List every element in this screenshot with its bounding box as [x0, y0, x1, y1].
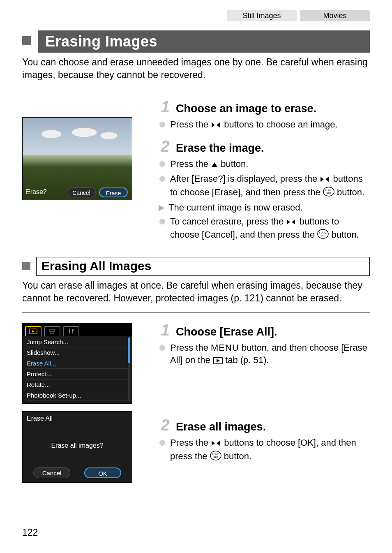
camera-screenshot-erase-prompt: Erase? Cancel Erase [22, 117, 132, 200]
page-number: 122 [22, 527, 38, 538]
bullet-icon [159, 219, 165, 224]
bullet: Press the buttons to choose an image. [158, 118, 370, 132]
step-number: 1 [158, 322, 173, 339]
svg-marker-0 [212, 123, 215, 127]
menu-row: Protect... [26, 369, 129, 379]
menu-row: Erase All... [26, 358, 129, 369]
step-title: Erase the image. [176, 142, 264, 155]
svg-text:FUNC.: FUNC. [325, 189, 333, 192]
step-number: 2 [158, 416, 173, 434]
section-erasing-all-images: Erasing All Images You can erase all ima… [22, 257, 370, 483]
dialog-message: Erase all images? [23, 442, 132, 449]
svg-marker-1 [217, 123, 220, 127]
screenshot-erase-button: Erase [99, 187, 128, 197]
up-arrow-icon [211, 159, 218, 171]
section-title: Erasing Images [38, 30, 370, 53]
menu-row: Slideshow... [26, 347, 129, 358]
svg-marker-14 [32, 330, 35, 333]
section-marker-icon [22, 36, 31, 45]
svg-marker-8 [287, 220, 290, 224]
left-right-arrows-icon [320, 174, 330, 186]
svg-rect-17 [69, 329, 70, 333]
dialog-ok-button: OK [84, 467, 121, 478]
svg-marker-3 [321, 177, 324, 182]
svg-text:FUNC.: FUNC. [212, 453, 219, 456]
section-marker-icon [22, 262, 30, 270]
camera-screenshot-erase-all-dialog: Erase All Erase all images? Cancel OK [22, 411, 132, 483]
svg-point-10 [318, 229, 328, 238]
svg-point-23 [210, 451, 221, 460]
section-erasing-images: Erasing Images [22, 30, 370, 53]
svg-marker-22 [217, 441, 220, 446]
mode-tab-movies: Movies [300, 10, 370, 21]
svg-point-5 [323, 187, 334, 196]
scrollbar [128, 338, 130, 401]
svg-marker-18 [72, 329, 74, 333]
sub-section-title: Erasing All Images [42, 259, 364, 273]
svg-text:SET: SET [326, 192, 331, 194]
menu-row: Jump Search... [26, 337, 129, 347]
svg-text:SET: SET [213, 456, 218, 458]
step-title: Choose [Erase All]. [176, 326, 277, 338]
left-right-arrows-icon [211, 438, 221, 450]
bullet-icon [159, 440, 165, 446]
bullet-icon [159, 345, 165, 351]
bullet: Press the button. [158, 158, 370, 171]
bullet-icon [159, 161, 165, 167]
divider [22, 89, 370, 89]
func-set-button-icon: FUNC.SET [317, 229, 329, 242]
menu-tab-tools-icon [63, 326, 79, 336]
svg-rect-16 [51, 332, 54, 333]
camera-screenshot-menu: Jump Search...Slideshow...Erase All...Pr… [22, 323, 132, 404]
func-set-button-icon: FUNC.SET [210, 451, 221, 464]
menu-list: Jump Search...Slideshow...Erase All...Pr… [23, 336, 132, 402]
func-set-button-icon: FUNC.SET [323, 187, 334, 200]
divider [22, 312, 370, 312]
step-title: Erase all images. [176, 421, 266, 433]
bullet-icon [159, 122, 165, 127]
svg-marker-20 [217, 359, 220, 362]
svg-marker-4 [325, 177, 329, 182]
screenshot-cancel-button: Cancel [67, 187, 96, 197]
mode-tab-still: Still Images [227, 10, 297, 21]
bullet: Press the buttons to choose [OK], and th… [158, 437, 370, 463]
dialog-cancel-button: Cancel [33, 467, 70, 478]
menu-row: Rotate... [26, 379, 129, 390]
svg-text:SET: SET [321, 234, 326, 237]
sub-section-intro: You can erase all images at once. Be car… [22, 279, 370, 305]
svg-rect-15 [50, 329, 55, 332]
svg-marker-9 [292, 220, 295, 224]
step-number: 2 [158, 138, 173, 155]
bullet-icon [159, 176, 165, 182]
dialog-title: Erase All [27, 415, 53, 422]
svg-marker-2 [212, 162, 217, 167]
menu-row: Photobook Set-up... [26, 390, 129, 401]
bullet: To cancel erasure, press the buttons to … [158, 215, 370, 242]
left-right-arrows-icon [211, 120, 221, 132]
bullet: After [Erase?] is displayed, press the b… [158, 173, 370, 199]
bullet-result: The current image is now erased. [158, 201, 370, 214]
svg-marker-21 [212, 441, 215, 446]
menu-tab-print-icon [44, 326, 60, 336]
screenshot-prompt-label: Erase? [26, 188, 47, 196]
section-intro: You can choose and erase unneeded images… [22, 56, 370, 81]
step-title: Choose an image to erase. [176, 102, 316, 115]
playback-tab-icon [213, 355, 223, 368]
mode-tabs: Still Images Movies [227, 10, 370, 21]
svg-text:FUNC.: FUNC. [319, 231, 327, 234]
bullet: Press the MENU button, and then choose [… [158, 342, 370, 367]
step-number: 1 [158, 98, 173, 116]
menu-button-label: MENU [211, 342, 239, 353]
menu-tab-playback-icon [25, 326, 42, 336]
left-right-arrows-icon [286, 217, 297, 229]
result-arrow-icon [159, 205, 164, 211]
